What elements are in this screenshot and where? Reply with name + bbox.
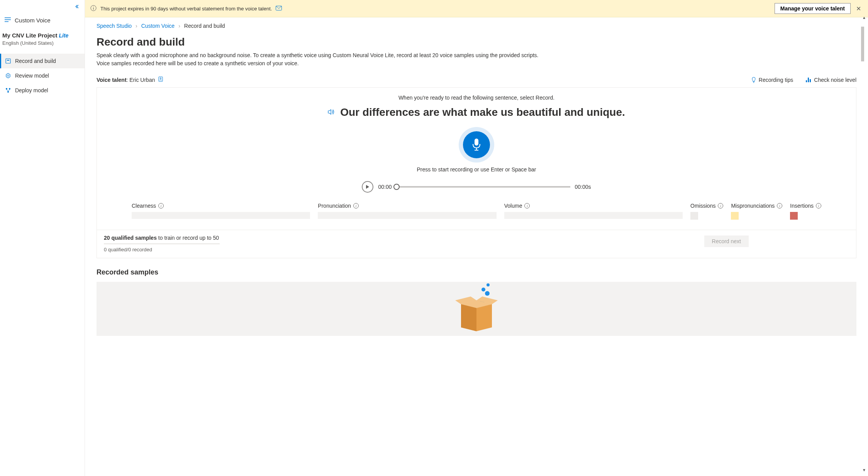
microphone-icon	[471, 138, 482, 152]
sidebar-collapse-icon[interactable]	[75, 4, 79, 10]
recorded-samples-empty	[97, 282, 856, 336]
svg-point-2	[7, 75, 9, 76]
svg-rect-0	[6, 59, 10, 63]
info-icon	[90, 5, 97, 12]
breadcrumb-current: Record and build	[184, 23, 225, 29]
svg-point-18	[487, 283, 490, 286]
sidebar-nav: Record and build Review model Deploy mod…	[0, 54, 85, 98]
play-icon	[366, 185, 370, 189]
svg-point-4	[9, 88, 10, 90]
ready-instruction: When you're ready to read the following …	[108, 95, 844, 101]
bars-icon	[805, 77, 812, 83]
metric-mispronunciations: Mispronunciationsi	[731, 203, 782, 220]
scroll-up-arrow[interactable]: ▲	[862, 15, 866, 20]
mispronunciations-swatch	[731, 212, 739, 220]
review-model-icon	[5, 73, 11, 79]
pronunciation-bar	[318, 212, 496, 219]
svg-point-20	[485, 291, 490, 296]
workspace-label: Custom Voice	[15, 17, 51, 24]
close-icon[interactable]: ✕	[854, 5, 863, 12]
svg-point-11	[160, 78, 161, 79]
metric-insertions: Insertionsi	[790, 203, 821, 220]
voice-talent-label: Voice talent	[97, 77, 127, 83]
empty-box-illustration	[453, 282, 500, 335]
workspace-icon	[5, 17, 11, 24]
speaker-icon[interactable]	[328, 109, 335, 116]
banner-text: This project expires in 90 days without …	[100, 6, 272, 12]
lightbulb-icon	[751, 77, 756, 83]
info-icon[interactable]: i	[524, 203, 530, 208]
volume-bar	[504, 212, 683, 219]
info-icon[interactable]: i	[718, 203, 723, 208]
nav-item-label: Review model	[15, 73, 49, 79]
chevron-right-icon: ›	[136, 23, 137, 29]
voice-talent-name: Eric Urban	[129, 77, 155, 83]
recording-card: When you're ready to read the following …	[97, 87, 856, 258]
project-name: My CNV Lite Project	[2, 32, 58, 39]
project-name-row: My CNV Lite Project Lite	[2, 32, 82, 39]
metric-omissions: Omissionsi	[690, 203, 723, 220]
clearness-bar	[132, 212, 310, 219]
svg-rect-1	[7, 60, 9, 61]
breadcrumb-custom-voice[interactable]: Custom Voice	[141, 23, 175, 29]
scrollbar-thumb[interactable]	[861, 27, 864, 61]
svg-rect-8	[93, 8, 93, 10]
lite-badge: Lite	[59, 32, 68, 39]
info-icon[interactable]: i	[353, 203, 359, 208]
edit-talent-icon[interactable]	[158, 76, 164, 83]
breadcrumb-speech-studio[interactable]: Speech Studio	[97, 23, 132, 29]
record-next-button[interactable]: Record next	[704, 235, 749, 247]
scroll-down-arrow[interactable]: ▼	[862, 468, 866, 472]
play-button[interactable]	[362, 181, 373, 193]
samples-status: 0 qualified/0 recorded	[104, 247, 220, 252]
seek-track[interactable]	[397, 186, 570, 188]
nav-item-label: Deploy model	[15, 87, 48, 93]
nav-item-label: Record and build	[15, 58, 56, 64]
info-icon[interactable]: i	[158, 203, 164, 208]
qualified-samples-suffix: to train or record up to 50	[157, 235, 219, 241]
omissions-swatch	[690, 212, 698, 220]
samples-footer: 20 qualified samples to train or record …	[97, 230, 856, 258]
nav-record-and-build[interactable]: Record and build	[0, 54, 85, 68]
svg-point-7	[93, 7, 94, 7]
recorded-samples-title: Recorded samples	[97, 268, 856, 276]
voice-talent-row: Voice talent: Eric Urban Recording tips …	[97, 76, 856, 83]
audio-player: 00:00 00:00s	[108, 181, 844, 193]
mail-icon[interactable]	[276, 5, 282, 12]
page-title: Record and build	[97, 36, 856, 48]
breadcrumb: Speech Studio › Custom Voice › Record an…	[97, 23, 856, 29]
deploy-model-icon	[5, 87, 11, 93]
record-button[interactable]	[459, 127, 494, 163]
manage-voice-talent-button[interactable]: Manage your voice talent	[775, 3, 851, 14]
check-noise-link[interactable]: Check noise level	[805, 77, 856, 83]
svg-point-19	[481, 288, 485, 291]
samples-progress	[104, 243, 220, 244]
script-sentence: Our differences are what make us beautif…	[340, 106, 625, 119]
metric-volume: Volumei	[504, 203, 683, 220]
info-icon[interactable]: i	[777, 203, 782, 208]
sidebar: Custom Voice My CNV Lite Project Lite En…	[0, 0, 85, 476]
metrics-row: Clearnessi Pronunciationi Volumei O	[108, 203, 844, 220]
metric-clearness: Clearnessi	[132, 203, 310, 220]
info-icon[interactable]: i	[816, 203, 821, 208]
svg-point-3	[6, 88, 7, 90]
notification-banner: This project expires in 90 days without …	[85, 0, 868, 17]
metric-pronunciation: Pronunciationi	[318, 203, 496, 220]
record-hint: Press to start recording or use Enter or…	[108, 166, 844, 173]
qualified-samples-count: 20 qualified samples	[104, 235, 157, 241]
insertions-swatch	[790, 212, 798, 220]
page-description: Speak clearly with a good microphone and…	[97, 51, 544, 68]
recording-tips-link[interactable]: Recording tips	[751, 77, 793, 83]
chevron-right-icon: ›	[178, 23, 180, 29]
svg-rect-12	[806, 80, 807, 82]
svg-rect-14	[810, 79, 811, 82]
record-build-icon	[5, 58, 11, 64]
seek-handle[interactable]	[393, 184, 400, 190]
scrollbar[interactable]: ▲ ▼	[861, 15, 867, 472]
nav-deploy-model[interactable]: Deploy model	[0, 83, 85, 98]
time-current: 00:00	[378, 184, 392, 190]
svg-point-5	[7, 91, 9, 93]
project-language: English (United States)	[2, 40, 82, 46]
svg-rect-13	[808, 78, 809, 82]
nav-review-model[interactable]: Review model	[0, 68, 85, 83]
